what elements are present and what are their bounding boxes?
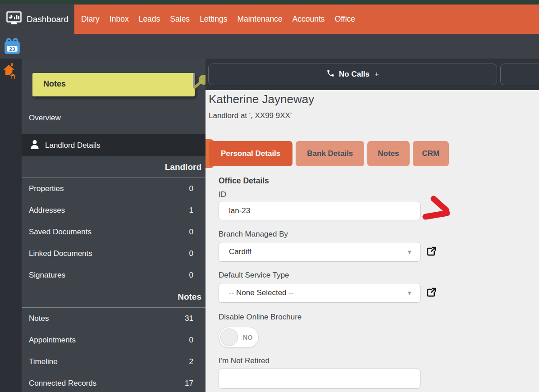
item-count: 0: [189, 336, 193, 345]
office-details-heading: Office Details: [219, 176, 269, 186]
item-count: 1: [189, 206, 193, 215]
item-label: Addresses: [29, 206, 65, 215]
service-select-value: -- None Selected --: [229, 288, 294, 297]
main-content: No Calls + Katherine Jayneway Landlord a…: [206, 59, 539, 392]
tab-personal-details[interactable]: Personal Details: [209, 141, 292, 166]
sidebar-item-notes[interactable]: Notes 31: [22, 308, 206, 329]
item-label: Properties: [29, 184, 64, 193]
person-icon: [30, 140, 39, 151]
icon-rail: [0, 59, 22, 392]
sidebar-item-label: Overview: [29, 114, 61, 123]
default-service-type-select[interactable]: -- None Selected -- ▼: [219, 283, 420, 303]
item-label: Linked Documents: [29, 249, 92, 258]
service-external-link-icon[interactable]: [426, 287, 437, 298]
item-label: Saved Documents: [29, 228, 91, 237]
id-label: ID: [219, 190, 226, 199]
nav-item-leads[interactable]: Leads: [134, 5, 165, 34]
nav-item-sales[interactable]: Sales: [165, 5, 195, 34]
disable-online-brochure-label: Disable Online Brochure: [219, 313, 301, 322]
tab-crm[interactable]: CRM: [413, 141, 449, 166]
toggle-state-label: NO: [243, 334, 253, 341]
tab-notes[interactable]: Notes: [367, 141, 409, 166]
sticky-note[interactable]: Notes: [32, 73, 195, 96]
nav-item-inbox[interactable]: Inbox: [105, 5, 134, 34]
item-count: 31: [185, 314, 193, 323]
sidebar-item-landlord-details[interactable]: Landlord Details: [22, 134, 206, 156]
section-title: Notes: [178, 292, 201, 302]
id-input[interactable]: [219, 201, 420, 220]
item-count: 0: [189, 249, 193, 258]
calendar-icon[interactable]: 23: [3, 37, 21, 56]
section-title: Landlord: [165, 162, 201, 172]
item-label: Timeline: [29, 357, 58, 366]
item-count: 0: [189, 228, 193, 237]
item-label: Appointments: [29, 336, 76, 345]
phone-icon: [326, 69, 335, 80]
item-label: Connected Records: [29, 379, 96, 388]
top-strip: [0, 0, 539, 5]
branch-select-value: Cardiff: [229, 247, 251, 256]
nav-item-dashboard[interactable]: Dashboard: [0, 5, 74, 34]
sidebar-section-notes: Notes: [22, 286, 206, 308]
disable-online-brochure-toggle[interactable]: NO: [219, 327, 259, 348]
default-service-type-label: Default Service Type: [219, 271, 289, 280]
branch-select[interactable]: Cardiff ▼: [219, 242, 420, 262]
item-count: 0: [189, 184, 193, 193]
sidebar-item-appointments[interactable]: Appointments 0: [22, 329, 206, 351]
calendar-badge: 23: [9, 46, 15, 52]
detail-tabs: Personal Details Bank Details Notes CRM: [209, 141, 449, 166]
caret-down-icon: ▼: [407, 249, 412, 255]
item-count: 0: [189, 271, 193, 280]
branch-managed-by-label: Branch Managed By: [219, 230, 288, 239]
sidebar-item-properties[interactable]: Properties 0: [22, 178, 206, 200]
main-nav: Diary Inbox Leads Sales Lettings Mainten…: [74, 5, 360, 34]
pin-icon: [157, 73, 206, 98]
sidebar-item-overview[interactable]: Overview: [22, 107, 206, 129]
sidebar-item-saved-documents[interactable]: Saved Documents 0: [22, 221, 206, 243]
nav-item-office[interactable]: Office: [330, 5, 360, 34]
secondary-calls-button[interactable]: [500, 64, 539, 85]
im-not-retired-input[interactable]: [219, 369, 420, 389]
item-label: Notes: [29, 314, 49, 323]
sticky-note-label: Notes: [43, 79, 66, 89]
toggle-knob: [220, 328, 238, 346]
home-icon[interactable]: [2, 62, 19, 81]
no-calls-label: No Calls: [339, 70, 370, 79]
sidebar-item-addresses[interactable]: Addresses 1: [22, 200, 206, 221]
app-window: Dashboard Diary Inbox Leads Sales Lettin…: [0, 0, 539, 392]
red-arrow-annotation: [421, 195, 452, 225]
no-calls-button[interactable]: No Calls +: [208, 64, 497, 85]
sidebar-item-timeline[interactable]: Timeline 2: [22, 351, 206, 373]
nav-item-lettings[interactable]: Lettings: [195, 5, 232, 34]
brand-label: Dashboard: [27, 14, 69, 24]
sidebar-item-linked-documents[interactable]: Linked Documents 0: [22, 243, 206, 264]
tab-bank-details[interactable]: Bank Details: [296, 141, 364, 166]
im-not-retired-label: I'm Not Retired: [219, 356, 270, 365]
sidebar-item-label: Landlord Details: [45, 141, 100, 150]
item-count: 2: [189, 357, 193, 366]
caret-down-icon: ▼: [407, 290, 412, 296]
add-call-plus: +: [375, 70, 379, 79]
sidebar-item-signatures[interactable]: Signatures 0: [22, 264, 206, 286]
sidebar-item-connected-records[interactable]: Connected Records 17: [22, 373, 206, 392]
branch-external-link-icon[interactable]: [426, 246, 437, 257]
main-navbar: Dashboard Diary Inbox Leads Sales Lettin…: [0, 5, 539, 34]
subnav-bar: 23 Ms Katherine Jaynewa x: [0, 34, 539, 59]
dashboard-monitor-icon: [6, 11, 22, 27]
page-subtitle: Landlord at ', XX99 9XX': [209, 111, 292, 120]
nav-item-accounts[interactable]: Accounts: [288, 5, 330, 34]
page-title: Katherine Jayneway: [209, 92, 314, 106]
calls-band: No Calls +: [206, 59, 539, 90]
sidebar-section-landlord: Landlord: [22, 156, 206, 178]
record-sidebar: Notes Overview Landlord Details: [22, 59, 206, 392]
nav-item-diary[interactable]: Diary: [76, 5, 105, 34]
item-count: 17: [185, 379, 193, 388]
nav-item-maintenance[interactable]: Maintenance: [232, 5, 287, 34]
item-label: Signatures: [29, 271, 65, 280]
